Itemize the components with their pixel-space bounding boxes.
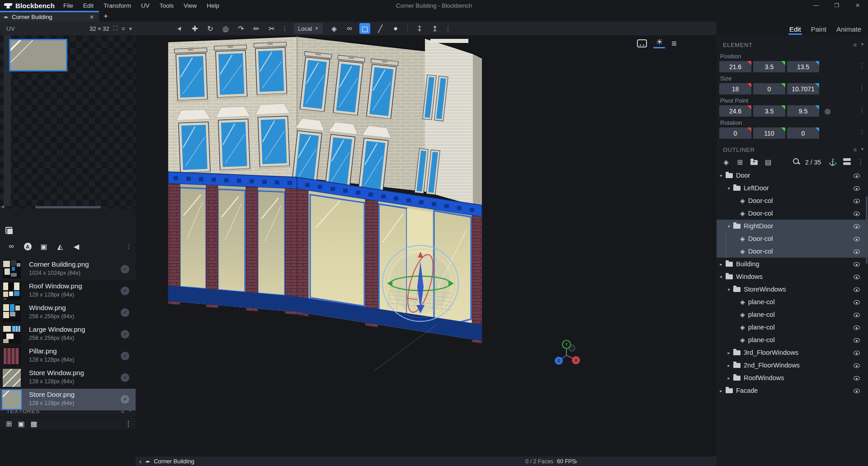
new-tab-button[interactable]: + — [99, 11, 113, 22]
uv-horizontal-scrollbar[interactable] — [35, 206, 101, 208]
collapse-icon[interactable]: ▾ — [129, 25, 132, 32]
element-collapse-icon[interactable]: ▾ — [861, 42, 863, 48]
uv-project-view-icon[interactable]: ▣ — [39, 242, 49, 251]
visibility-eye-icon[interactable] — [853, 184, 861, 193]
uv-more-icon[interactable]: ⋮ — [126, 243, 132, 250]
tools-more-icon[interactable]: ⋮ — [282, 23, 288, 34]
texture-enabled-check-icon[interactable]: ✓ — [121, 330, 129, 339]
import-texture-icon[interactable]: ⊞ — [6, 419, 12, 428]
texture-row[interactable]: Corner Building.png1024 x 1024px (64x)✓ — [0, 259, 136, 280]
axis-value-input[interactable]: 110 — [753, 127, 785, 139]
outliner-row-door-col[interactable]: ◈Door-col — [717, 245, 868, 258]
search-icon[interactable] — [792, 158, 801, 167]
texture-row[interactable]: Pillar.png128 x 128px (64x)✓ — [0, 345, 136, 367]
select-tool-icon[interactable]: ➤ — [172, 21, 187, 36]
texture-row[interactable]: Large Window.png256 x 256px (64x)✓ — [0, 324, 136, 345]
visibility-eye-icon[interactable] — [853, 336, 861, 345]
mode-tab-paint[interactable]: Paint — [807, 24, 830, 35]
outliner-row-3rd_floorwindows[interactable]: ▸3rd_FloorWindows — [717, 346, 868, 359]
group-more-icon[interactable]: ⋮ — [859, 62, 865, 69]
outliner-row-facade[interactable]: ▸Facade — [717, 384, 868, 397]
chevron-down-icon[interactable]: ▾ — [726, 287, 731, 292]
outliner-menu-icon[interactable]: = — [853, 146, 857, 153]
texture-enabled-check-icon[interactable]: ✓ — [121, 287, 129, 295]
uv-selection-preview[interactable] — [9, 39, 67, 71]
pivot-focus-icon[interactable]: ◎ — [825, 107, 830, 115]
group-more-icon[interactable]: ⋮ — [859, 106, 865, 113]
uv-canvas[interactable]: ◀ — [0, 35, 136, 209]
menu-item-tools[interactable]: Tools — [156, 1, 178, 10]
visibility-eye-icon[interactable] — [853, 349, 861, 358]
visibility-eye-icon[interactable] — [853, 222, 861, 231]
visibility-eye-icon[interactable] — [853, 387, 861, 396]
visibility-eye-icon[interactable] — [853, 260, 861, 269]
chevron-down-icon[interactable]: ▾ — [718, 274, 724, 279]
axis-value-input[interactable]: 0 — [787, 127, 819, 139]
outliner-row-rightdoor[interactable]: ▾RightDoor — [717, 220, 868, 232]
outliner-more-icon[interactable]: ⋮ — [856, 158, 865, 166]
outliner-collapse-icon[interactable]: ▾ — [861, 146, 863, 153]
outliner-row-plane-col[interactable]: ◈plane-col — [717, 296, 868, 308]
viewport-3d[interactable]: YXZ ▲▲ ☀ ≡ — [136, 35, 717, 457]
element-menu-icon[interactable]: = — [853, 42, 857, 48]
mode-tab-animate[interactable]: Animate — [832, 24, 865, 35]
visibility-eye-icon[interactable] — [853, 324, 861, 333]
tab-close-icon[interactable]: ✕ — [88, 14, 95, 20]
visibility-eye-icon[interactable] — [853, 210, 861, 219]
visibility-eye-icon[interactable] — [853, 273, 861, 282]
axis-value-input[interactable]: 18 — [719, 83, 751, 94]
visibility-eye-icon[interactable] — [853, 172, 861, 181]
texture-row[interactable]: Store Window.png128 x 128px (64x)✓ — [0, 367, 136, 389]
visibility-eye-icon[interactable] — [853, 248, 861, 257]
axis-value-input[interactable]: 0 — [753, 83, 785, 94]
pivot-tool-icon[interactable]: ◎ — [220, 23, 231, 34]
anchor-icon[interactable]: ⚓ — [828, 158, 837, 166]
mode-tab-edit[interactable]: Edit — [785, 24, 805, 35]
panel-menu-icon[interactable]: = — [122, 25, 125, 32]
outliner-row-plane-col[interactable]: ◈plane-col — [717, 321, 868, 334]
outliner-row-leftdoor[interactable]: ▾LeftDoor — [717, 182, 868, 194]
create-texture-icon[interactable]: ▣ — [18, 419, 24, 428]
screenshot-icon[interactable]: ▲▲ — [637, 39, 647, 47]
rotate-tool-icon[interactable]: ↻ — [205, 23, 216, 34]
hide-everything-icon[interactable] — [842, 158, 851, 166]
cluster-mode-icon[interactable]: ∞ — [344, 23, 355, 34]
visibility-eye-icon[interactable] — [853, 286, 861, 295]
toolbar-more-icon[interactable]: ⋮ — [445, 23, 451, 34]
outliner-row-door-col[interactable]: ◈Door-col — [717, 232, 868, 245]
app-logo[interactable]: Blockbench — [0, 2, 55, 9]
chevron-right-icon[interactable]: ▸ — [726, 363, 731, 368]
outliner-row-door-col[interactable]: ◈Door-col — [717, 207, 868, 220]
uv-mirror-icon[interactable]: ◭ — [55, 242, 65, 251]
outliner-row-windows[interactable]: ▾Windows — [717, 270, 868, 283]
resize-tool-icon[interactable]: ↷ — [236, 23, 246, 34]
tab-corner-building[interactable]: ◆ Corner Building ✕ — [0, 11, 99, 22]
append-template-icon[interactable]: ▦ — [31, 419, 38, 428]
texture-row[interactable]: Roof Window.png128 x 128px (64x)✓ — [0, 280, 136, 302]
transform-space-dropdown[interactable]: Local▼ — [294, 23, 323, 34]
axis-value-input[interactable]: 10.7071 — [787, 83, 819, 94]
extrude-icon[interactable]: ↥ — [429, 23, 440, 34]
outliner-row-door[interactable]: ▾Door — [717, 169, 868, 182]
menu-item-transform[interactable]: Transform — [99, 1, 135, 10]
visibility-eye-icon[interactable] — [853, 197, 861, 206]
add-group-icon[interactable] — [750, 159, 759, 166]
move-tool-icon[interactable]: ✚ — [189, 23, 200, 34]
viewport-menu-icon[interactable]: ≡ — [671, 39, 677, 48]
texture-enabled-check-icon[interactable]: ✓ — [121, 308, 129, 317]
edge-mode-icon[interactable]: ╱ — [375, 23, 386, 34]
texture-row[interactable]: Window.png256 x 256px (64x)✓ — [0, 302, 136, 324]
axis-value-input[interactable]: 0 — [719, 127, 751, 139]
visibility-eye-icon[interactable] — [853, 311, 861, 320]
uv-link-icon[interactable]: ∞ — [6, 242, 16, 250]
visibility-eye-icon[interactable] — [853, 362, 861, 371]
chevron-right-icon[interactable]: ▸ — [718, 262, 724, 267]
outliner-row-roofwindows[interactable]: ▸RoofWindows — [717, 372, 868, 384]
snap-elements-icon[interactable]: ‡ — [414, 23, 425, 34]
axis-value-input[interactable]: 21.6 — [719, 61, 751, 72]
chevron-right-icon[interactable]: ▸ — [726, 376, 731, 381]
menu-item-edit[interactable]: Edit — [79, 1, 98, 10]
axis-value-input[interactable]: 9.5 — [787, 105, 819, 117]
axis-value-input[interactable]: 3.5 — [753, 61, 785, 72]
texture-enabled-check-icon[interactable]: ✓ — [121, 352, 129, 360]
